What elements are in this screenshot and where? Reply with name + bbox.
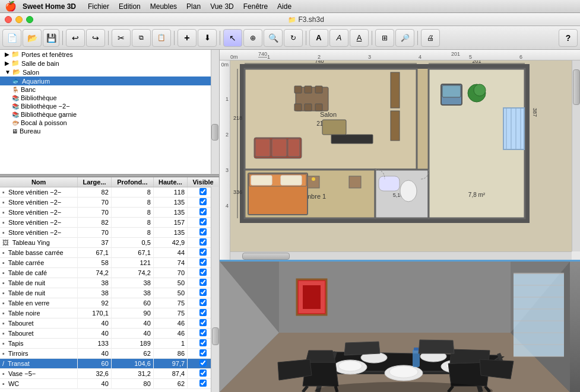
col-nom[interactable]: Nom (0, 177, 78, 187)
table-row[interactable]: ▪ WC 40 80 62 (0, 379, 219, 389)
close-button[interactable] (5, 16, 12, 23)
table-row[interactable]: ▪ Store vénitien −2− 70 8 135 (0, 228, 219, 238)
table-row[interactable]: ▪ Tabouret 40 40 46 (0, 329, 219, 339)
tree-item-aquarium[interactable]: 🐟 Aquarium (0, 77, 219, 85)
visible-checkbox[interactable] (199, 248, 207, 256)
furniture-tree[interactable]: ▶ 📁 Portes et fenêtres ▶ 📁 Salle de bain… (0, 50, 219, 174)
tree-item-salle-bain[interactable]: ▶ 📁 Salle de bain (0, 59, 219, 68)
col-larg[interactable]: Large... (78, 177, 112, 187)
plan-hscroll-thumb[interactable] (242, 253, 290, 260)
table-row[interactable]: ▪ Table de café 74,2 74,2 70 (0, 268, 219, 278)
redo-button[interactable]: ↪ (86, 29, 105, 47)
visible-checkbox[interactable] (199, 329, 207, 336)
tree-item-salon[interactable]: ▼ 📂 Salon (0, 68, 219, 77)
table-row[interactable]: ▪ Table de nuit 38 38 50 (0, 278, 219, 288)
visible-checkbox[interactable] (199, 349, 207, 356)
table-row[interactable]: ▪ Store vénitien −2− 82 8 157 (0, 218, 219, 228)
table-row[interactable]: ▪ Table en verre 92 60 75 (0, 298, 219, 308)
zoom-in-tool[interactable]: 🔍 (264, 29, 283, 47)
col-haut[interactable]: Haute... (153, 177, 187, 187)
visible-checkbox[interactable] (199, 339, 207, 346)
menu-meubles[interactable]: Meubles (145, 1, 182, 12)
visible-checkbox[interactable] (199, 208, 207, 215)
tree-scroll-thumb[interactable] (211, 124, 218, 141)
text-tool-1[interactable]: A (309, 29, 328, 47)
table-row[interactable]: ▪ Table carrée 58 121 74 (0, 258, 219, 268)
table-row[interactable]: ▪ Tirroirs 40 62 86 (0, 349, 219, 359)
menu-aide[interactable]: Aide (272, 1, 296, 12)
table-row[interactable]: ▪ Table basse carrée 67,1 67,1 44 (0, 248, 219, 258)
visible-checkbox[interactable] (199, 359, 207, 366)
visible-checkbox[interactable] (199, 269, 207, 276)
print-button[interactable]: 🖨 (421, 29, 440, 47)
3d-view[interactable] (220, 262, 580, 392)
menu-vue3d[interactable]: Vue 3D (205, 1, 239, 12)
fit-view-button[interactable]: ⊞ (375, 29, 394, 47)
table-scroll-thumb[interactable] (212, 327, 219, 345)
undo-button[interactable]: ↩ (66, 29, 85, 47)
table-row[interactable]: ▪ Vase −5− 32,6 31,2 87,4 (0, 369, 219, 379)
pan-tool[interactable]: ⊕ (243, 29, 262, 47)
visible-checkbox[interactable] (199, 369, 207, 377)
visible-checkbox[interactable] (199, 238, 207, 246)
import-button[interactable]: ⬇ (198, 29, 217, 47)
open-button[interactable]: 📂 (23, 29, 42, 47)
save-button[interactable]: 💾 (43, 29, 59, 47)
table-row[interactable]: 🖼 Tableau Ying 37 0,5 42,9 (0, 238, 219, 248)
paste-button[interactable]: 📋 (152, 29, 171, 47)
table-row[interactable]: ▪ Tapis 133 189 1 (0, 339, 219, 349)
tree-item-banc[interactable]: 🪑 Banc (0, 85, 219, 94)
minimize-button[interactable] (15, 16, 23, 23)
table-row[interactable]: ▪ Tabouret 40 40 46 (0, 318, 219, 329)
visible-checkbox[interactable] (199, 309, 207, 316)
plan-hscrollbar[interactable] (230, 251, 572, 260)
tree-item-biblio-garnie[interactable]: 📚 Bibliothèque garnie (0, 110, 219, 119)
table-row[interactable]: ▪ Store vénitien −2− 70 8 135 (0, 208, 219, 218)
plan-vscrollbar[interactable] (572, 60, 580, 251)
table-row[interactable]: ▪ Table noire 170,1 90 75 (0, 308, 219, 318)
tree-item-bureau[interactable]: 🖥 Bureau (0, 127, 219, 135)
col-vis[interactable]: Visible (188, 177, 219, 187)
visible-checkbox[interactable] (199, 289, 207, 296)
tree-item-biblio2[interactable]: 📚 Bibliothèque −2− (0, 102, 219, 110)
menu-edition[interactable]: Edition (114, 1, 145, 12)
apple-menu[interactable]: 🍎 (5, 1, 17, 12)
tree-scrollbar[interactable] (211, 50, 219, 174)
new-button[interactable]: 📄 (2, 29, 21, 47)
table-scrollbar[interactable] (211, 177, 219, 392)
visible-checkbox[interactable] (199, 188, 207, 195)
plan-vscroll-thumb[interactable] (573, 69, 580, 105)
text-tool-2[interactable]: A (329, 29, 348, 47)
maximize-button[interactable] (26, 16, 33, 23)
floor-plan-view[interactable]: 0m 1 2 3 4 5 6 740 201 0m 1 2 (220, 50, 580, 262)
visible-checkbox[interactable] (199, 259, 207, 266)
add-furniture-button[interactable]: + (178, 29, 196, 47)
table-row[interactable]: ▪ Store vénitien −2− 82 8 118 (0, 187, 219, 197)
menu-fichier[interactable]: Fichier (83, 1, 114, 12)
visible-checkbox[interactable] (199, 228, 207, 235)
visible-checkbox[interactable] (199, 299, 207, 306)
visible-checkbox[interactable] (199, 279, 207, 286)
rotate-tool[interactable]: ↻ (284, 29, 303, 47)
tree-item-biblio[interactable]: 📚 Bibliothèque (0, 94, 219, 102)
col-prof[interactable]: Profond... (111, 177, 153, 187)
text-tool-3[interactable]: A (350, 29, 369, 47)
table-row[interactable]: ▪ Store vénitien −2− 70 8 135 (0, 197, 219, 208)
visible-checkbox[interactable] (199, 198, 207, 205)
visible-checkbox[interactable] (199, 319, 207, 326)
visible-checkbox[interactable] (199, 218, 207, 225)
tree-item-portes[interactable]: ▶ 📁 Portes et fenêtres (0, 50, 219, 59)
menu-fenetre[interactable]: Fenêtre (239, 1, 272, 12)
select-tool[interactable]: ↖ (223, 29, 242, 47)
visible-checkbox[interactable] (199, 380, 207, 387)
plan-canvas[interactable]: 740 201 387 218 336 Salon 21,29 m² Chamb… (230, 60, 572, 251)
copy-button[interactable]: ⧉ (132, 29, 151, 47)
furniture-table[interactable]: Nom Large... Profond... Haute... Visible… (0, 177, 219, 392)
table-row[interactable]: ▪ Table de nuit 38 38 50 (0, 288, 219, 298)
menu-plan[interactable]: Plan (182, 1, 205, 12)
zoom-fit-button[interactable]: 🔎 (395, 29, 414, 47)
cut-button[interactable]: ✂ (112, 29, 131, 47)
table-row[interactable]: / Transat 60 104,6 97,7 (0, 359, 219, 369)
tree-item-bocal[interactable]: 🐡 Bocal à poisson (0, 119, 219, 127)
help-button[interactable]: ? (559, 29, 578, 47)
